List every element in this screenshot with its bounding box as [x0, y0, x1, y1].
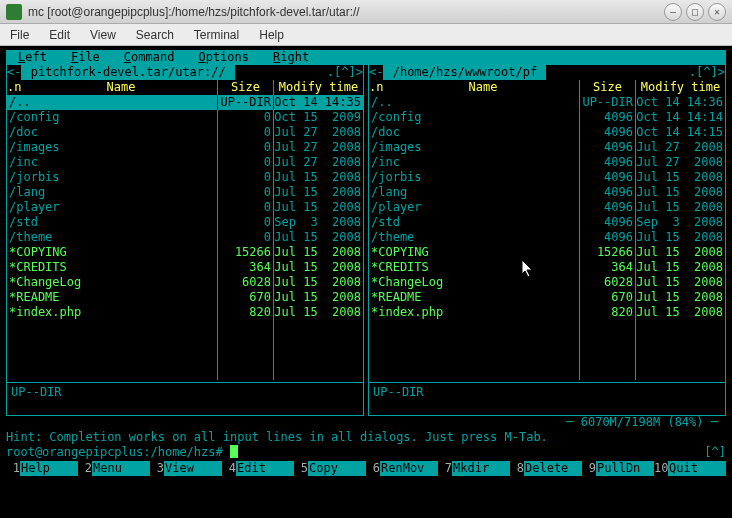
left-panel[interactable]: <- pitchfork-devel.tar/utar:// .[^]>.nNa…: [6, 65, 364, 416]
left-row[interactable]: *index.php820Jul 15 2008: [7, 305, 363, 320]
right-row[interactable]: /config4096Oct 14 14:14: [369, 110, 725, 125]
right-row[interactable]: /..UP--DIROct 14 14:36: [369, 95, 725, 110]
left-row[interactable]: /jorbis0Jul 15 2008: [7, 170, 363, 185]
right-row[interactable]: /images4096Jul 27 2008: [369, 140, 725, 155]
mc-menubar: LeftFileCommandOptionsRight: [6, 50, 726, 65]
left-row[interactable]: /..UP--DIROct 14 14:35: [7, 95, 363, 110]
disk-usage: ─ 6070M/7198M (84%) ─: [6, 415, 726, 430]
close-button[interactable]: ✕: [708, 3, 726, 21]
right-row[interactable]: *CREDITS364Jul 15 2008: [369, 260, 725, 275]
right-status: UP--DIR: [369, 383, 725, 413]
left-row[interactable]: /theme0Jul 15 2008: [7, 230, 363, 245]
shell-prompt[interactable]: root@orangepipcplus:/home/hzs# [^]: [6, 445, 726, 460]
mc-menu-file[interactable]: File: [61, 50, 110, 65]
mc-menu-left[interactable]: Left: [8, 50, 57, 65]
left-row[interactable]: /doc0Jul 27 2008: [7, 125, 363, 140]
right-row[interactable]: /inc4096Jul 27 2008: [369, 155, 725, 170]
minimize-button[interactable]: –: [664, 3, 682, 21]
right-panel[interactable]: <- /home/hzs/wwwroot/pf .[^]>.nNameSizeM…: [368, 65, 726, 416]
fkey-view[interactable]: 3View: [150, 461, 222, 476]
maximize-button[interactable]: □: [686, 3, 704, 21]
menu-search[interactable]: Search: [130, 26, 180, 44]
left-row[interactable]: /inc0Jul 27 2008: [7, 155, 363, 170]
left-row[interactable]: /images0Jul 27 2008: [7, 140, 363, 155]
right-row[interactable]: /theme4096Jul 15 2008: [369, 230, 725, 245]
right-row-empty: [369, 365, 725, 380]
terminal-area: LeftFileCommandOptionsRight <- pitchfork…: [0, 46, 732, 518]
menu-edit[interactable]: Edit: [43, 26, 76, 44]
fkey-copy[interactable]: 5Copy: [294, 461, 366, 476]
fkey-renmov[interactable]: 6RenMov: [366, 461, 438, 476]
fkey-edit[interactable]: 4Edit: [222, 461, 294, 476]
menu-view[interactable]: View: [84, 26, 122, 44]
mc-panels: <- pitchfork-devel.tar/utar:// .[^]>.nNa…: [6, 65, 726, 416]
left-row[interactable]: *CREDITS364Jul 15 2008: [7, 260, 363, 275]
mc-menu-command[interactable]: Command: [114, 50, 185, 65]
app-icon: [6, 4, 22, 20]
right-row[interactable]: /std4096Sep 3 2008: [369, 215, 725, 230]
fkey-mkdir[interactable]: 7Mkdir: [438, 461, 510, 476]
window-title: mc [root@orangepipcplus]:/home/hzs/pitch…: [28, 5, 660, 19]
fkey-bar: 1Help2Menu3View4Edit5Copy6RenMov7Mkdir8D…: [6, 461, 726, 476]
left-header: .nNameSizeModify time: [7, 80, 363, 95]
right-row-empty: [369, 320, 725, 335]
right-row[interactable]: *ChangeLog6028Jul 15 2008: [369, 275, 725, 290]
fkey-delete[interactable]: 8Delete: [510, 461, 582, 476]
left-row[interactable]: /std0Sep 3 2008: [7, 215, 363, 230]
left-row-empty: [7, 350, 363, 365]
right-row-empty: [369, 335, 725, 350]
cursor-block: [230, 445, 238, 458]
fkey-quit[interactable]: 10Quit: [654, 461, 726, 476]
fkey-pulldn[interactable]: 9PullDn: [582, 461, 654, 476]
window-titlebar[interactable]: mc [root@orangepipcplus]:/home/hzs/pitch…: [0, 0, 732, 24]
left-row-empty: [7, 320, 363, 335]
right-row[interactable]: *README670Jul 15 2008: [369, 290, 725, 305]
left-row[interactable]: /config0Oct 15 2009: [7, 110, 363, 125]
left-row-empty: [7, 335, 363, 350]
fkey-help[interactable]: 1Help: [6, 461, 78, 476]
left-row[interactable]: *README670Jul 15 2008: [7, 290, 363, 305]
right-row[interactable]: *COPYING15266Jul 15 2008: [369, 245, 725, 260]
right-row[interactable]: /doc4096Oct 14 14:15: [369, 125, 725, 140]
left-row[interactable]: *ChangeLog6028Jul 15 2008: [7, 275, 363, 290]
hint-line: Hint: Completion works on all input line…: [6, 430, 726, 445]
left-row[interactable]: /lang0Jul 15 2008: [7, 185, 363, 200]
menu-terminal[interactable]: Terminal: [188, 26, 245, 44]
fkey-menu[interactable]: 2Menu: [78, 461, 150, 476]
right-path: <- /home/hzs/wwwroot/pf .[^]>: [369, 65, 725, 80]
mc-menu-options[interactable]: Options: [188, 50, 259, 65]
right-row[interactable]: /player4096Jul 15 2008: [369, 200, 725, 215]
left-path: <- pitchfork-devel.tar/utar:// .[^]>: [7, 65, 363, 80]
mc-menu-right[interactable]: Right: [263, 50, 319, 65]
left-row[interactable]: /player0Jul 15 2008: [7, 200, 363, 215]
menu-help[interactable]: Help: [253, 26, 290, 44]
menu-file[interactable]: File: [4, 26, 35, 44]
left-status: UP--DIR: [7, 383, 363, 413]
right-row[interactable]: /jorbis4096Jul 15 2008: [369, 170, 725, 185]
left-row[interactable]: *COPYING15266Jul 15 2008: [7, 245, 363, 260]
right-row[interactable]: *index.php820Jul 15 2008: [369, 305, 725, 320]
app-menubar: File Edit View Search Terminal Help: [0, 24, 732, 46]
left-row-empty: [7, 365, 363, 380]
right-header: .nNameSizeModify time: [369, 80, 725, 95]
right-row[interactable]: /lang4096Jul 15 2008: [369, 185, 725, 200]
right-row-empty: [369, 350, 725, 365]
